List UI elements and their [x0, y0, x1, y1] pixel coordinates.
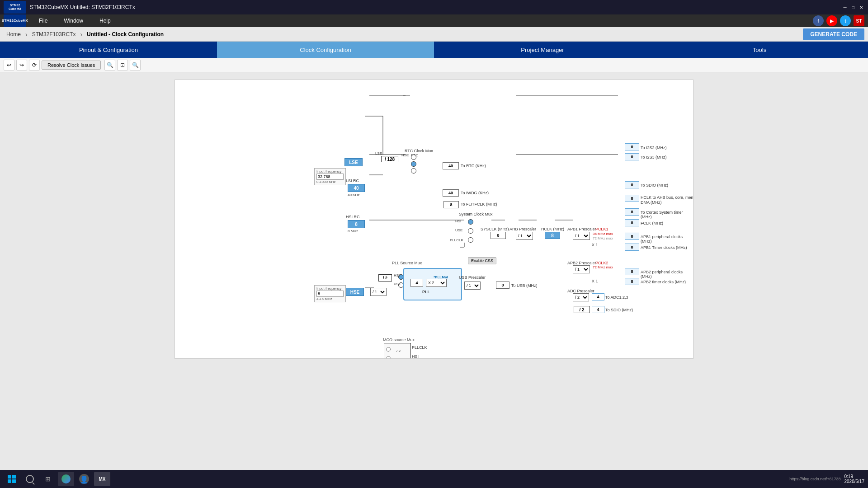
breadcrumb-home[interactable]: Home — [4, 30, 24, 38]
sys-mux-circle-hsi[interactable] — [468, 219, 473, 225]
hse-div-select[interactable]: / 1 / 2 — [370, 288, 387, 296]
svg-rect-16 — [12, 475, 16, 479]
input-freq-hsi-value[interactable] — [316, 174, 344, 180]
refresh-button[interactable]: ⟳ — [29, 60, 40, 70]
resolve-clock-button[interactable]: Resolve Clock Issues — [42, 61, 101, 70]
apb2-prescaler-select[interactable]: / 1 / 2 — [573, 265, 590, 273]
stm-logo: STM32 CubeMX — [4, 14, 26, 27]
clock-area: 0:19 2020/5/17 — [844, 474, 865, 484]
maximize-button[interactable]: □ — [850, 4, 856, 10]
lsi-rc-box[interactable]: 40 — [348, 184, 365, 192]
browser-icon[interactable] — [58, 472, 74, 486]
apb1-timer-val: 8 — [625, 244, 639, 251]
apb2-x1: X 1 — [592, 279, 598, 283]
mco-hsi-label: HSI — [412, 354, 419, 359]
titlebar: STM32CubeMX STM32CubeMX Untitled: STM32F… — [0, 0, 868, 14]
redo-button[interactable]: ↪ — [16, 60, 27, 70]
undo-button[interactable]: ↩ — [4, 60, 14, 70]
mco-pllclk-radio — [386, 347, 391, 352]
zoom-in-button[interactable]: 🔍 — [104, 60, 115, 70]
div2-sdio-box: / 2 — [574, 306, 590, 313]
hsi-range-label: 0-1000 KHz — [316, 180, 344, 184]
start-button[interactable] — [4, 472, 20, 486]
to-cortex-label: To Cortex System timer (MHz) — [641, 210, 693, 219]
sdio2-val: 4 — [592, 306, 604, 313]
rtc-mux-circle-1[interactable] — [411, 155, 416, 160]
ahb-prescaler-select[interactable]: / 1 / 2 / 4 / 8 / 16 — [516, 232, 533, 240]
svg-rect-15 — [8, 475, 11, 479]
apb1-prescaler-select[interactable]: / 1 / 2 / 4 — [573, 232, 590, 240]
mco-radio-hsi[interactable] — [386, 356, 391, 359]
hclk-val[interactable]: 8 — [545, 232, 560, 239]
rtc-mux-circle-2[interactable] — [411, 161, 416, 167]
tab-clock[interactable]: Clock Configuration — [217, 42, 434, 58]
hsi-div2-box: / 2 — [378, 274, 392, 282]
enable-css-button[interactable]: Enable CSS — [468, 257, 496, 264]
clock-diagram-canvas: Input frequency: 0-1000 KHz LSE LSI RC 4… — [175, 80, 693, 359]
facebook-icon[interactable]: f — [813, 15, 824, 26]
flitfclk-val: 8 — [443, 201, 459, 208]
breadcrumb: Home › STM32F103RCTx › Untitled - Clock … — [0, 27, 868, 42]
sys-mux-pll: PLLCLK — [450, 238, 463, 242]
input-freq-hse-value[interactable] — [316, 291, 344, 297]
input-freq-hsi-label: Input frequency: — [316, 169, 344, 174]
pll-mul-val[interactable]: 4 — [410, 279, 423, 287]
to-usb-label: To USB (MHz) — [511, 283, 538, 288]
rtc-clock-mux-label: RTC Clock Mux — [405, 149, 433, 153]
sysclk-label: SYSCLK (MHz) — [481, 227, 509, 231]
adc-prescaler-select[interactable]: / 2 / 4 / 6 / 8 — [573, 293, 589, 301]
max-72mhz-b: 72 MHz max — [593, 265, 613, 269]
usb-prescaler-select[interactable]: / 1 / 1.5 — [464, 282, 481, 290]
usb-val: 0 — [496, 282, 509, 289]
apb1-x1: X 1 — [592, 243, 598, 247]
svg-rect-17 — [8, 479, 11, 483]
file-menu[interactable]: File — [35, 16, 51, 26]
help-menu[interactable]: Help — [96, 16, 114, 26]
apb2-timer-val: 8 — [625, 278, 639, 285]
youtube-icon[interactable]: ▶ — [826, 15, 837, 26]
tab-project[interactable]: Project Manager — [434, 42, 651, 58]
rtc-mux-circle-3[interactable] — [411, 168, 416, 174]
zoom-out-button[interactable]: 🔍 — [130, 60, 141, 70]
taskview-button[interactable]: ⊞ — [40, 472, 56, 486]
mx-button[interactable]: MX — [94, 472, 110, 486]
mco-div2-label: / 2 — [396, 349, 401, 353]
sys-mux-hse: USE — [455, 228, 462, 232]
pll-x2-select[interactable]: X 2 X 4 X 6 X 8 — [426, 279, 447, 287]
mco-hsi-radio — [386, 356, 391, 359]
user-icon-button[interactable]: 👤 — [76, 472, 92, 486]
hsi-rc-box[interactable]: 8 — [348, 220, 365, 228]
sysclk-val: 8 — [491, 232, 506, 239]
sys-mux-circle-pll[interactable] — [468, 237, 473, 243]
adc-val: 4 — [592, 293, 604, 300]
hclk-ahb-label: HCLK to AHB bus, core, memory and DMA (M… — [641, 195, 693, 205]
close-button[interactable]: ✕ — [858, 4, 864, 10]
apb2-periph-val: 8 — [625, 268, 639, 275]
sys-mux-circle-hse[interactable] — [468, 228, 473, 234]
twitter-icon[interactable]: t — [840, 15, 851, 26]
menubar: STM32 CubeMX File Window Help f ▶ t ST — [0, 14, 868, 27]
mco-output-val: 0 — [353, 358, 368, 359]
fit-button[interactable]: ⊡ — [117, 60, 128, 70]
search-icon — [26, 475, 34, 483]
ahb-prescaler-label: AHB Prescaler — [509, 227, 536, 231]
mco-source-mux-label: MCO source Mux — [383, 338, 415, 342]
lse-line-label: LSE — [375, 151, 382, 155]
minimize-button[interactable]: ─ — [842, 4, 848, 10]
tab-tools[interactable]: Tools — [651, 42, 868, 58]
lse-box[interactable]: LSE — [344, 158, 363, 166]
window-menu[interactable]: Window — [60, 16, 87, 26]
linkedin-icon[interactable]: ST — [854, 15, 864, 26]
apb2-timer-label: APB2 timer clocks (MHz) — [641, 280, 686, 284]
breadcrumb-sep-1: › — [25, 31, 28, 38]
mco-radio-pllclk[interactable] — [386, 347, 391, 352]
tab-pinout[interactable]: Pinout & Configuration — [0, 42, 217, 58]
to-i2s3-label: To I2S3 (MHz) — [641, 155, 667, 160]
apb2-prescaler-label: APB2 Prescaler — [567, 261, 596, 265]
hse-box[interactable]: HSE — [346, 288, 364, 296]
breadcrumb-current[interactable]: Untitled - Clock Configuration — [84, 30, 166, 38]
chrome-icon — [61, 474, 71, 483]
search-button[interactable] — [22, 472, 38, 486]
generate-code-button[interactable]: GENERATE CODE — [803, 28, 864, 40]
breadcrumb-device[interactable]: STM32F103RCTx — [29, 30, 79, 38]
